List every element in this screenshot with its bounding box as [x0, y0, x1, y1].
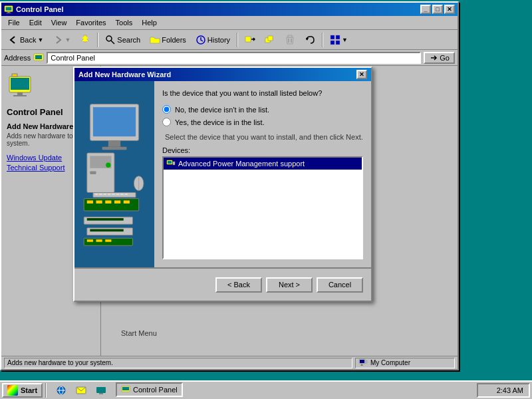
svg-rect-56	[366, 360, 367, 363]
address-input[interactable]: Control Panel	[47, 52, 421, 64]
taskbar-window-label: Control Panel	[133, 386, 178, 394]
menubar: File Edit View Favorites Tools Help	[1, 16, 458, 30]
cancel-button-wizard[interactable]: Cancel	[317, 277, 363, 293]
folders-icon	[150, 35, 160, 45]
mail-icon	[76, 385, 86, 396]
copy-to-button[interactable]	[261, 32, 279, 48]
svg-rect-58	[93, 107, 136, 136]
svg-rect-97	[96, 387, 106, 393]
svg-rect-54	[361, 364, 362, 365]
svg-rect-67	[96, 200, 102, 203]
close-button[interactable]: ✕	[444, 5, 455, 14]
history-icon	[196, 35, 206, 45]
svg-rect-84	[112, 194, 115, 195]
svg-rect-85	[116, 194, 120, 195]
move-to-button[interactable]	[241, 32, 259, 48]
maximize-button[interactable]: □	[432, 5, 443, 14]
start-button[interactable]: Start	[2, 383, 43, 398]
taskbar-buttons: Control Panel	[52, 382, 477, 398]
svg-rect-82	[104, 194, 107, 195]
back-button-wizard[interactable]: < Back	[215, 277, 262, 293]
copy-icon	[265, 35, 275, 45]
svg-rect-14	[331, 35, 334, 39]
svg-rect-8	[245, 37, 251, 42]
menu-file[interactable]: File	[4, 17, 24, 28]
delete-button[interactable]	[281, 32, 299, 48]
menu-view[interactable]: View	[47, 17, 71, 28]
wizard-instruction: Select the device that you want to insta…	[162, 133, 363, 141]
undo-button[interactable]	[301, 32, 319, 48]
views-button[interactable]: ▼	[326, 32, 352, 48]
wizard-footer: < Back Next > Cancel	[74, 267, 371, 301]
svg-point-63	[106, 163, 110, 168]
svg-rect-101	[484, 388, 487, 392]
radio-yes-input[interactable]	[162, 118, 171, 126]
quicklaunch-mail[interactable]	[72, 382, 90, 398]
windows-logo	[7, 385, 18, 396]
wizard-close-button[interactable]: ✕	[356, 70, 367, 79]
toolbar: Back ▼ ▼	[1, 30, 458, 50]
wizard-question: Is the device that you want to install l…	[162, 89, 363, 97]
svg-rect-64	[90, 171, 96, 174]
address-label: Address	[4, 54, 31, 62]
titlebar-left: Control Panel	[4, 5, 64, 14]
wizard-radio-no[interactable]: No, the device isn't in the list.	[162, 105, 363, 114]
statusbar: Adds new hardware to your system. My Com…	[1, 356, 458, 369]
wizard-radio-group: No, the device isn't in the list. Yes, t…	[162, 105, 363, 126]
move-icon	[245, 35, 255, 45]
device-item[interactable]: Advanced Power Management support	[164, 158, 362, 170]
svg-rect-76	[87, 239, 93, 242]
up-icon	[80, 35, 90, 45]
svg-rect-19	[35, 55, 42, 59]
wizard-dialog: Add New Hardware Wizard ✕	[73, 66, 372, 302]
quicklaunch-show-desktop[interactable]	[92, 382, 110, 398]
minimize-button[interactable]: _	[420, 5, 431, 14]
svg-rect-55	[360, 365, 363, 366]
svg-rect-71	[84, 217, 132, 224]
svg-rect-73	[87, 228, 133, 235]
clock: 2:43 AM	[497, 386, 523, 394]
svg-rect-16	[331, 41, 334, 45]
next-button-wizard[interactable]: Next >	[266, 277, 313, 293]
start-label: Start	[21, 386, 37, 394]
folders-button[interactable]: Folders	[146, 32, 190, 48]
wizard-body: Is the device that you want to install l…	[74, 81, 371, 267]
svg-rect-74	[90, 229, 123, 232]
history-button[interactable]: History	[192, 32, 234, 48]
svg-rect-83	[108, 194, 111, 195]
wizard-radio-yes[interactable]: Yes, the device is in the list.	[162, 118, 363, 126]
svg-rect-81	[99, 194, 102, 195]
menu-help[interactable]: Help	[138, 17, 161, 28]
svg-rect-17	[336, 41, 340, 45]
svg-rect-87	[125, 194, 128, 195]
search-button[interactable]: Search	[101, 32, 144, 48]
svg-point-5	[106, 36, 112, 41]
window-controls: _ □ ✕	[420, 5, 455, 14]
svg-rect-24	[12, 74, 17, 76]
menu-tools[interactable]: Tools	[112, 17, 137, 28]
svg-rect-70	[124, 200, 130, 203]
toolbar-separator-3	[322, 33, 323, 47]
svg-rect-72	[87, 218, 124, 221]
taskbar-window-button[interactable]: Control Panel	[116, 382, 183, 397]
back-icon	[8, 35, 19, 45]
quicklaunch-ie[interactable]	[52, 382, 70, 398]
devices-list: Advanced Power Management support	[162, 156, 363, 259]
radio-no-input[interactable]	[162, 105, 171, 114]
up-button[interactable]	[76, 32, 94, 48]
device-item-label: Advanced Power Management support	[178, 160, 305, 168]
status-text: Adds new hardware to your system.	[4, 358, 352, 368]
wizard-right: Is the device that you want to install l…	[154, 81, 371, 267]
computer-icon	[358, 358, 368, 368]
wizard-title: Add New Hardware Wizard	[78, 70, 171, 78]
forward-button[interactable]: ▼	[49, 32, 74, 48]
control-panel-icon	[7, 71, 39, 103]
svg-rect-21	[11, 78, 29, 90]
radio-no-label: No, the device isn't in the list.	[175, 106, 269, 114]
back-button[interactable]: Back ▼	[4, 32, 47, 48]
svg-rect-15	[336, 35, 340, 39]
go-button[interactable]: Go	[424, 52, 455, 64]
menu-favorites[interactable]: Favorites	[72, 17, 110, 28]
menu-edit[interactable]: Edit	[25, 17, 46, 28]
svg-rect-66	[87, 200, 93, 203]
